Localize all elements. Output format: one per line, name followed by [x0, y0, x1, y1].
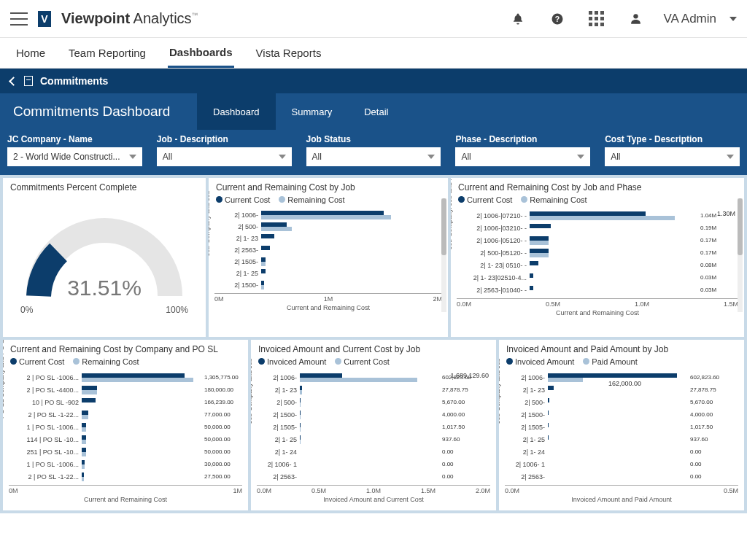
subtab-summary[interactable]: Summary — [276, 93, 349, 130]
bar-track — [300, 423, 439, 432]
bar-category-label: 1 | PO SL -1006... — [9, 424, 79, 431]
bar-category-label: 2| 1006-|07210- - — [457, 212, 527, 219]
bar-category-label: 2| 1006- 1 — [505, 461, 545, 468]
bar-value-label-secondary: 1,689,129.60 — [450, 372, 489, 379]
filter-select[interactable]: All — [157, 147, 292, 166]
topbar: V Viewpoint Analytics™ ? VA Admin — [0, 0, 747, 38]
filter-select[interactable]: All — [605, 147, 740, 166]
filter-select[interactable]: All — [306, 147, 441, 166]
subtab-detail[interactable]: Detail — [348, 93, 404, 130]
bar-track — [261, 246, 406, 254]
bar-track — [300, 472, 439, 481]
bar-row: 2| 500-5,670.00 — [505, 397, 738, 408]
tile-cost-by-job-phase: Current and Remaining Cost by Job and Ph… — [451, 178, 744, 337]
bar-value-label: 1,017.50 — [690, 424, 738, 430]
bar-track — [530, 286, 697, 295]
bar-row: 2| 1- 240.00 — [257, 446, 490, 457]
apps-grid-icon[interactable] — [589, 12, 604, 26]
bar-value-label: 0.08M — [700, 262, 738, 268]
tile-invoiced-current: Invoiced Amount and Current Cost by Job … — [251, 340, 496, 510]
bar-category-label: 251 | PO SL -10... — [9, 448, 79, 456]
gauge-min: 0% — [20, 305, 33, 315]
tile-title: Current and Remaining Cost by Company an… — [3, 340, 248, 356]
dashboard-subtabs: DashboardSummaryDetail — [197, 93, 404, 130]
bar-row: 2| 1500-4,000.00 — [257, 409, 490, 420]
bar-value-label: 50,000.00 — [204, 436, 242, 443]
filter-select[interactable]: 2 - World Wide Constructi... — [7, 147, 142, 166]
tile-title: Commitments Percent Complete — [3, 178, 206, 194]
bar-track — [300, 448, 439, 456]
tile-gauge: Commitments Percent Complete 31.51% 0% 1… — [3, 178, 206, 337]
filter-label: Cost Type - Description — [605, 134, 740, 144]
bar-category-label: 2| 500- — [505, 399, 545, 406]
filter-job-description: Job - DescriptionAll — [157, 134, 292, 166]
legend: Invoiced Amount Paid Amount — [499, 356, 744, 369]
chevron-down-icon — [129, 155, 136, 159]
user-menu-chevron-icon[interactable] — [729, 17, 737, 21]
bar-category-label: 2| 1- 24 — [257, 448, 297, 456]
scrollbar[interactable] — [738, 198, 743, 312]
gauge-max: 100% — [166, 305, 188, 315]
bar-row: 2| 1- 23| 0510- -0.08M — [457, 260, 738, 271]
xaxis-ticks: 0.0M0.5M — [505, 485, 738, 494]
xaxis-label: Invoiced Amount and Current Cost — [257, 494, 490, 503]
bar-track — [261, 281, 406, 289]
bar-row: 2| 2563-0.00 — [257, 471, 490, 482]
back-chevron-icon[interactable] — [9, 77, 18, 86]
tile-cost-by-job: Current and Remaining Cost by Job Curren… — [209, 178, 448, 337]
yaxis-label: PO SL Company and PO SL — [3, 340, 5, 419]
bar-row: 10 | PO SL -902166,239.00 — [9, 397, 242, 408]
bar-value-label: 180,000.00 — [204, 386, 242, 393]
nav-tab-team-reporting[interactable]: Team Reporting — [67, 39, 147, 66]
bar-category-label: 2| 1- 23|02510-4... — [457, 274, 527, 281]
bar-category-label: 2| 1505- — [214, 258, 258, 265]
bar-track — [261, 222, 406, 231]
bar-category-label: 2| 1- 25 — [214, 270, 258, 277]
bar-category-label: 2| 500- — [257, 399, 297, 406]
filter-select[interactable]: All — [455, 147, 590, 166]
bar-value-label: 0.03M — [700, 287, 738, 293]
bar-category-label: 2| 1- 25 — [505, 436, 545, 443]
bar-category-label: 2 | PO SL -1-22... — [9, 411, 79, 419]
scrollbar[interactable] — [441, 198, 446, 312]
bell-icon[interactable] — [511, 12, 525, 26]
bar-track — [548, 460, 687, 469]
logo-mark: V — [38, 11, 51, 27]
main-nav: HomeTeam ReportingDashboardsVista Report… — [0, 38, 747, 69]
bar-track — [548, 398, 687, 407]
nav-tab-dashboards[interactable]: Dashboards — [168, 39, 234, 68]
bar-value-label: 0.00 — [690, 461, 738, 467]
bar-row: 2 | PO SL -1-22...77,000.00 — [9, 409, 242, 420]
bar-category-label: 1 | PO SL -1006... — [9, 461, 79, 468]
help-icon[interactable]: ? — [550, 12, 565, 26]
chevron-down-icon — [427, 155, 435, 159]
bar-track — [82, 435, 201, 444]
chevron-down-icon — [727, 155, 734, 159]
tile-title: Current and Remaining Cost by Job and Ph… — [451, 178, 744, 194]
bar-row: 2| 1006-|07210- -1.04M — [457, 210, 738, 221]
bar-track — [548, 448, 687, 456]
bar-row: 2| 1- 2327,878.75 — [257, 384, 490, 395]
nav-tab-vista-reports[interactable]: Vista Reports — [255, 39, 323, 66]
bar-category-label: 2| 1- 23| 0510- - — [457, 262, 527, 269]
filter-label: Phase - Description — [455, 134, 590, 144]
bar-track — [530, 236, 697, 245]
bar-value-label: 0.17M — [700, 249, 738, 256]
bar-track — [530, 273, 697, 282]
bar-row: 2| 1006-|03210- -0.19M — [457, 222, 738, 233]
bar-value-label: 0.00 — [442, 473, 490, 480]
bar-category-label: 2 | PO SL -4400... — [9, 386, 79, 394]
nav-tab-home[interactable]: Home — [15, 39, 47, 66]
bar-row: 2| 2563- — [214, 245, 442, 255]
bar-category-label: 2| 500-|05120- - — [457, 249, 527, 257]
bar-value-label: 0.19M — [700, 225, 738, 231]
bar-row: 2| 1505-1,017.50 — [257, 421, 490, 432]
user-icon[interactable] — [629, 12, 643, 26]
menu-hamburger-icon[interactable] — [10, 12, 28, 26]
user-name[interactable]: VA Admin — [664, 12, 716, 26]
bar-row: 2| 1- 25 — [214, 268, 442, 279]
bar-category-label: 2| 1505- — [505, 424, 545, 431]
bar-value-label: 77,000.00 — [204, 411, 242, 418]
subtab-dashboard[interactable]: Dashboard — [197, 93, 276, 130]
yaxis-label: Job Company. Job and Phase — [451, 178, 453, 249]
